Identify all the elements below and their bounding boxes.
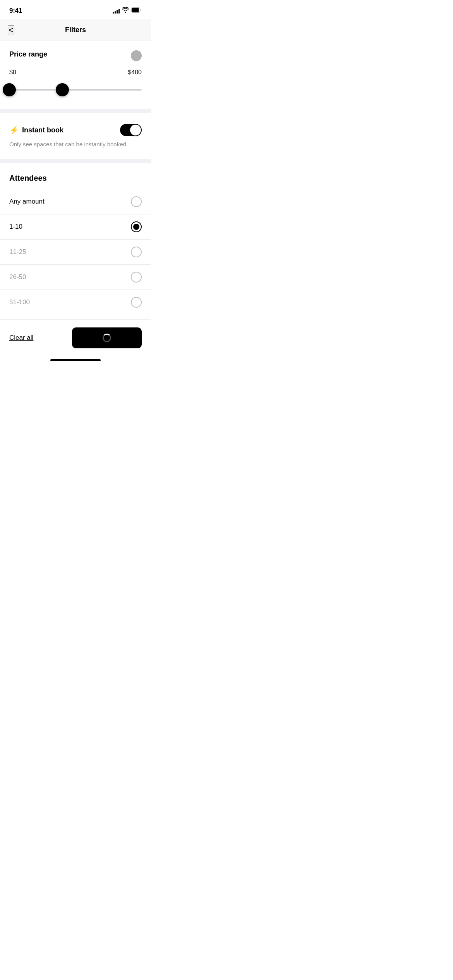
attendees-section: Attendees Any amount 1-10 11-25 26-50 51… xyxy=(0,163,151,315)
attendees-list: Any amount 1-10 11-25 26-50 51-100 xyxy=(0,189,151,315)
instant-book-description: Only see spaces that can be instantly bo… xyxy=(9,140,142,148)
results-button[interactable] xyxy=(72,327,142,348)
slider-thumb-left[interactable] xyxy=(3,83,16,96)
price-labels: $0 $400 xyxy=(9,69,142,76)
attendees-radio-11-25[interactable] xyxy=(131,247,142,257)
attendees-item-label-1-10: 1-10 xyxy=(9,223,22,231)
attendees-item-label-51-100: 51-100 xyxy=(9,298,30,306)
toggle-thumb xyxy=(130,125,141,135)
wifi-icon xyxy=(122,7,129,14)
status-bar: 9:41 xyxy=(0,0,151,19)
clear-all-button[interactable]: Clear all xyxy=(9,334,33,342)
slider-thumb-right[interactable] xyxy=(56,83,69,96)
signal-icon xyxy=(113,8,120,14)
instant-book-label: ⚡ Instant book xyxy=(9,125,63,135)
page-title: Filters xyxy=(65,26,86,34)
back-button[interactable]: < xyxy=(8,25,14,35)
home-indicator xyxy=(0,356,151,363)
price-min-label: $0 xyxy=(9,69,16,76)
attendees-item-label-11-25: 11-25 xyxy=(9,248,26,256)
attendees-item-label-26-50: 26-50 xyxy=(9,273,26,281)
bottom-bar: Clear all xyxy=(0,319,151,356)
home-bar xyxy=(50,359,101,361)
instant-book-toggle[interactable] xyxy=(120,124,142,136)
attendees-title: Attendees xyxy=(0,174,151,189)
slider-fill xyxy=(9,89,62,91)
section-divider-2 xyxy=(0,159,151,163)
attendees-radio-any[interactable] xyxy=(131,196,142,207)
attendees-item-any[interactable]: Any amount xyxy=(0,189,151,214)
info-icon[interactable] xyxy=(131,50,142,61)
instant-book-section: ⚡ Instant book Only see spaces that can … xyxy=(0,113,151,159)
instant-book-text: Instant book xyxy=(22,126,63,134)
attendees-radio-1-10[interactable] xyxy=(131,221,142,232)
svg-rect-1 xyxy=(132,8,139,12)
status-icons xyxy=(113,7,142,14)
attendees-radio-26-50[interactable] xyxy=(131,272,142,283)
attendees-item-51-100[interactable]: 51-100 xyxy=(0,290,151,315)
attendees-item-label-any: Any amount xyxy=(9,198,45,206)
attendees-item-1-10[interactable]: 1-10 xyxy=(0,214,151,239)
section-divider-1 xyxy=(0,109,151,113)
price-max-label: $400 xyxy=(128,69,142,76)
attendees-item-11-25[interactable]: 11-25 xyxy=(0,239,151,264)
price-range-title: Price range xyxy=(9,50,47,58)
price-range-section: Price range $0 $400 xyxy=(0,41,151,109)
slider-track xyxy=(9,89,142,91)
nav-bar: < Filters xyxy=(0,19,151,41)
status-time: 9:41 xyxy=(9,7,22,15)
loading-spinner xyxy=(103,334,111,342)
price-slider[interactable] xyxy=(9,81,142,98)
attendees-item-26-50[interactable]: 26-50 xyxy=(0,264,151,290)
lightning-icon: ⚡ xyxy=(9,125,19,135)
battery-icon xyxy=(131,7,142,14)
attendees-radio-51-100[interactable] xyxy=(131,297,142,308)
